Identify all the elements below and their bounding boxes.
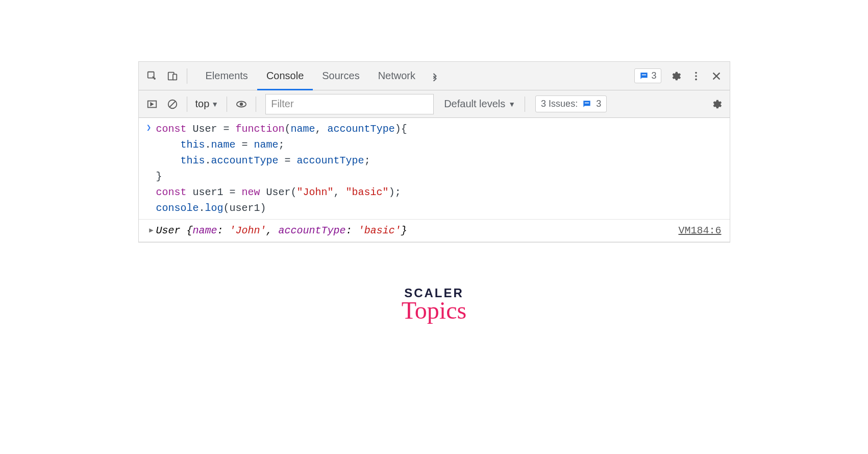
console-subbar: top ▼ Default levels ▼ 3 Issues: 3 — [139, 90, 730, 118]
subbar-divider — [227, 97, 227, 112]
brand-logo: SCALER Topics — [402, 286, 466, 324]
console-output-row: ▶ User {name: 'John', accountType: 'basi… — [139, 220, 730, 242]
subbar-divider — [187, 97, 187, 112]
source-link[interactable]: VM184:6 — [678, 223, 721, 238]
devtools-toolbar: Elements Console Sources Network 3 — [139, 62, 730, 90]
kebab-menu-icon[interactable] — [686, 66, 706, 86]
svg-rect-3 — [642, 74, 646, 75]
chevron-down-icon: ▼ — [211, 100, 218, 108]
console-output: ❯ const User = function(name, accountTyp… — [139, 118, 730, 242]
subbar-divider — [525, 97, 525, 112]
issues-label: 3 Issues: — [541, 99, 578, 109]
chevron-down-icon: ▼ — [508, 100, 515, 108]
svg-point-4 — [695, 71, 697, 74]
console-settings-icon[interactable] — [706, 94, 727, 114]
console-input-row: ❯ const User = function(name, accountTyp… — [139, 118, 730, 220]
svg-rect-2 — [172, 74, 176, 80]
filter-input[interactable] — [265, 94, 434, 114]
console-output-text[interactable]: User {name: 'John', accountType: 'basic'… — [156, 223, 679, 238]
message-icon — [639, 71, 649, 81]
more-tabs-icon[interactable] — [425, 62, 445, 90]
levels-label: Default levels — [444, 98, 505, 110]
input-caret-icon: ❯ — [142, 121, 156, 135]
issues-badge[interactable]: 3 Issues: 3 — [535, 95, 607, 112]
svg-point-5 — [695, 75, 697, 77]
console-input-code[interactable]: const User = function(name, accountType)… — [156, 121, 725, 216]
live-expression-icon[interactable] — [231, 94, 252, 114]
tab-strip: Elements Console Sources Network — [196, 62, 445, 90]
svg-point-6 — [695, 78, 697, 80]
tab-sources[interactable]: Sources — [313, 62, 368, 90]
message-icon — [582, 99, 592, 109]
tab-elements[interactable]: Elements — [196, 62, 257, 90]
svg-rect-11 — [585, 102, 589, 103]
context-label: top — [195, 98, 210, 110]
tab-network[interactable]: Network — [369, 62, 425, 90]
log-levels-dropdown[interactable]: Default levels ▼ — [439, 98, 520, 110]
messages-count: 3 — [651, 70, 656, 81]
close-icon[interactable] — [706, 66, 727, 86]
expand-object-icon[interactable]: ▶ — [142, 225, 156, 236]
subbar-divider — [256, 97, 256, 112]
clear-console-icon[interactable] — [162, 94, 183, 114]
brand-bottom-text: Topics — [402, 296, 466, 324]
tab-console[interactable]: Console — [257, 62, 313, 90]
toolbar-divider — [187, 68, 187, 84]
device-toggle-icon[interactable] — [162, 66, 183, 86]
devtools-panel: Elements Console Sources Network 3 — [138, 61, 730, 243]
tab-label: Network — [378, 70, 415, 82]
messages-badge[interactable]: 3 — [634, 68, 661, 83]
inspect-element-icon[interactable] — [142, 66, 162, 86]
svg-point-10 — [240, 102, 243, 105]
tab-label: Console — [266, 70, 304, 82]
tab-label: Sources — [322, 70, 359, 82]
tab-label: Elements — [206, 70, 248, 82]
context-dropdown[interactable]: top ▼ — [191, 98, 223, 110]
sidebar-toggle-icon[interactable] — [142, 94, 162, 114]
issues-count: 3 — [596, 99, 601, 109]
settings-icon[interactable] — [665, 66, 686, 86]
